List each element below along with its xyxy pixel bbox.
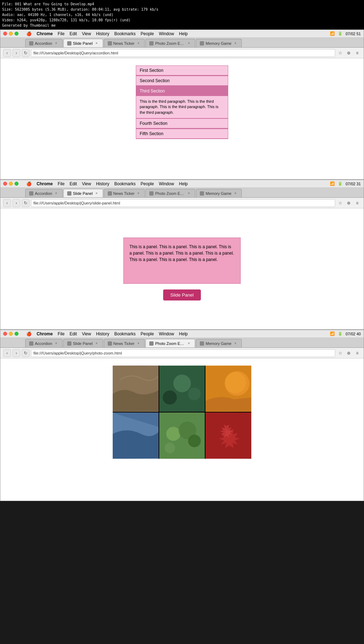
- tab-close-photozoom-2[interactable]: ×: [186, 191, 191, 196]
- file-menu-3[interactable]: File: [58, 331, 64, 336]
- tab-photozoom-3[interactable]: Photo Zoom Effect ×: [145, 339, 195, 347]
- tab-newsticker-3[interactable]: News Ticker ×: [104, 339, 145, 347]
- people-menu-3[interactable]: People: [141, 331, 154, 336]
- forward-button-3[interactable]: ›: [12, 349, 20, 357]
- menu-icon-3[interactable]: ≡: [354, 350, 361, 357]
- photo-cell-4[interactable]: [113, 413, 159, 459]
- history-menu-2[interactable]: History: [96, 181, 109, 186]
- tab-close-slidepanel-1[interactable]: ×: [94, 41, 99, 46]
- accordion-header-2[interactable]: Second Section: [136, 76, 228, 86]
- tab-accordion-3[interactable]: Accordion ×: [25, 339, 63, 347]
- help-menu-3[interactable]: Help: [179, 331, 188, 336]
- traffic-lights-2[interactable]: [3, 182, 18, 186]
- maximize-button-2[interactable]: [15, 182, 18, 186]
- tab-photozoom-1[interactable]: Photo Zoom Effect ×: [145, 39, 195, 47]
- tab-accordion-1[interactable]: Accordion ×: [25, 39, 63, 47]
- window-menu-2[interactable]: Window: [159, 181, 174, 186]
- tab-newsticker-2[interactable]: News Ticker ×: [104, 189, 145, 197]
- tab-close-photozoom-3[interactable]: ×: [186, 341, 191, 346]
- forward-button-1[interactable]: ›: [12, 49, 20, 57]
- star-icon-1[interactable]: ☆: [337, 49, 344, 57]
- menu-icon-2[interactable]: ≡: [354, 199, 361, 207]
- tab-slidepanel-2[interactable]: Slide Panel ×: [63, 189, 103, 197]
- close-button-2[interactable]: [3, 182, 7, 186]
- people-menu-2[interactable]: People: [141, 181, 154, 186]
- bookmarks-menu-1[interactable]: Bookmarks: [114, 31, 136, 36]
- apple-menu-1[interactable]: 🍎: [26, 31, 32, 36]
- bookmark-icon-2[interactable]: ⊕: [345, 199, 352, 207]
- bookmark-icon-3[interactable]: ⊕: [345, 350, 352, 357]
- star-icon-2[interactable]: ☆: [337, 199, 344, 207]
- view-menu-1[interactable]: View: [82, 31, 91, 36]
- star-icon-3[interactable]: ☆: [337, 350, 344, 357]
- photo-cell-2[interactable]: [159, 366, 205, 412]
- slide-panel-button[interactable]: Slide Panel: [163, 289, 201, 300]
- view-menu-3[interactable]: View: [82, 331, 91, 336]
- window-menu-1[interactable]: Window: [159, 31, 174, 36]
- tab-memorygame-1[interactable]: Memory Game ×: [196, 39, 242, 47]
- traffic-lights-1[interactable]: [3, 32, 18, 36]
- people-menu-1[interactable]: People: [141, 31, 154, 36]
- tab-close-accordion-2[interactable]: ×: [54, 191, 59, 196]
- photo-cell-1[interactable]: [113, 366, 159, 412]
- back-button-1[interactable]: ‹: [3, 49, 11, 57]
- tab-close-memorygame-2[interactable]: ×: [233, 191, 238, 196]
- tab-newsticker-1[interactable]: News Ticker ×: [104, 39, 145, 47]
- chrome-menu-3[interactable]: Chrome: [37, 331, 53, 336]
- accordion-header-4[interactable]: Fourth Section: [136, 119, 228, 128]
- tab-slidepanel-3[interactable]: Slide Panel ×: [63, 339, 103, 347]
- forward-button-2[interactable]: ›: [12, 199, 20, 207]
- accordion-header-5[interactable]: Fifth Section: [136, 129, 228, 139]
- tab-accordion-2[interactable]: Accordion ×: [25, 189, 63, 197]
- edit-menu-3[interactable]: Edit: [70, 331, 77, 336]
- view-menu-2[interactable]: View: [82, 181, 91, 186]
- reload-button-1[interactable]: ↻: [22, 49, 30, 57]
- tab-memorygame-2[interactable]: Memory Game ×: [196, 189, 242, 197]
- photo-cell-3[interactable]: [205, 366, 251, 412]
- chrome-menu-1[interactable]: Chrome: [37, 31, 53, 36]
- chrome-menu-2[interactable]: Chrome: [37, 181, 53, 186]
- reload-button-2[interactable]: ↻: [22, 199, 30, 207]
- maximize-button-1[interactable]: [15, 32, 18, 36]
- file-menu-1[interactable]: File: [58, 31, 64, 36]
- close-button-3[interactable]: [3, 332, 7, 336]
- history-menu-1[interactable]: History: [96, 31, 109, 36]
- bookmarks-menu-2[interactable]: Bookmarks: [114, 181, 136, 186]
- menu-icon-1[interactable]: ≡: [354, 49, 361, 57]
- help-menu-2[interactable]: Help: [179, 181, 188, 186]
- tab-close-accordion-1[interactable]: ×: [54, 41, 59, 46]
- accordion-header-3[interactable]: Third Section: [136, 86, 228, 96]
- edit-menu-1[interactable]: Edit: [70, 31, 77, 36]
- tab-close-memorygame-3[interactable]: ×: [233, 341, 238, 346]
- reload-button-3[interactable]: ↻: [22, 349, 30, 357]
- tab-memorygame-3[interactable]: Memory Game ×: [196, 339, 242, 347]
- tab-photozoom-2[interactable]: Photo Zoom Effect ×: [145, 189, 195, 197]
- minimize-button-3[interactable]: [9, 332, 13, 336]
- tab-close-newsticker-2[interactable]: ×: [136, 191, 141, 196]
- minimize-button-2[interactable]: [9, 182, 13, 186]
- minimize-button-1[interactable]: [9, 32, 13, 36]
- tab-close-photozoom-1[interactable]: ×: [186, 41, 191, 46]
- apple-menu-3[interactable]: 🍎: [26, 331, 32, 336]
- address-bar-1[interactable]: file:///Users/apple/Desktop/jQuery/accor…: [31, 49, 335, 57]
- window-menu-3[interactable]: Window: [159, 331, 174, 336]
- bookmarks-menu-3[interactable]: Bookmarks: [114, 331, 136, 336]
- close-button-1[interactable]: [3, 32, 7, 36]
- photo-cell-6[interactable]: [205, 413, 251, 459]
- tab-close-memorygame-1[interactable]: ×: [233, 41, 238, 46]
- edit-menu-2[interactable]: Edit: [70, 181, 77, 186]
- tab-close-slidepanel-2[interactable]: ×: [94, 191, 99, 196]
- tab-close-newsticker-3[interactable]: ×: [136, 341, 141, 346]
- accordion-header-1[interactable]: First Section: [136, 66, 228, 75]
- bookmark-icon-1[interactable]: ⊕: [345, 49, 352, 57]
- tab-close-accordion-3[interactable]: ×: [54, 341, 59, 346]
- history-menu-3[interactable]: History: [96, 331, 109, 336]
- tab-close-newsticker-1[interactable]: ×: [136, 41, 141, 46]
- tab-slidepanel-1[interactable]: Slide Panel ×: [63, 39, 103, 47]
- tab-close-slidepanel-3[interactable]: ×: [94, 341, 99, 346]
- maximize-button-3[interactable]: [15, 332, 18, 336]
- address-bar-2[interactable]: file:///Users/apple/Desktop/jQuery/slide…: [31, 199, 335, 207]
- apple-menu-2[interactable]: 🍎: [26, 181, 32, 186]
- back-button-3[interactable]: ‹: [3, 349, 11, 357]
- file-menu-2[interactable]: File: [58, 181, 64, 186]
